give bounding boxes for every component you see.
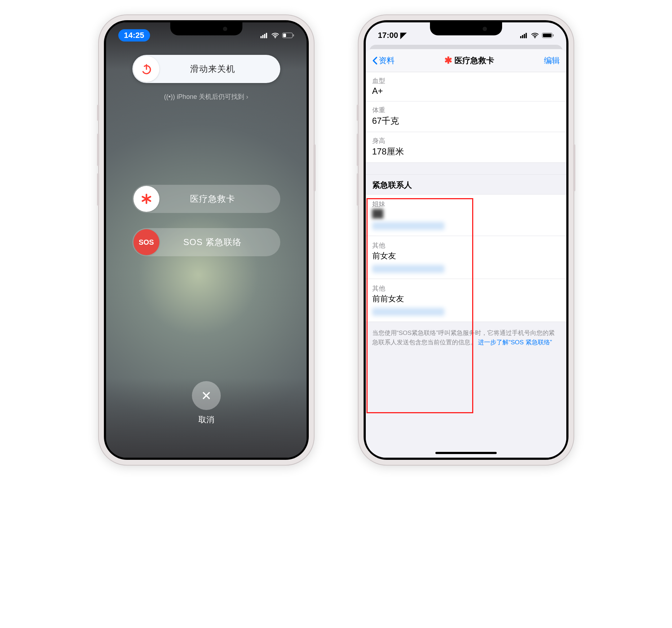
status-time: 17:00 ◤: [378, 31, 407, 40]
nav-back-button[interactable]: 资料: [372, 55, 395, 66]
svg-rect-3: [266, 33, 267, 38]
cellular-icon: [520, 32, 528, 38]
svg-rect-1: [262, 35, 264, 38]
volume-up: [97, 134, 99, 166]
value: 178厘米: [372, 146, 560, 157]
mute-switch: [357, 105, 359, 121]
svg-rect-7: [283, 34, 286, 37]
svg-point-19: [534, 37, 535, 38]
caption: 体重: [372, 106, 560, 114]
wifi-icon: [531, 32, 539, 38]
svg-rect-0: [260, 36, 262, 38]
notch: [170, 22, 242, 35]
caption: 血型: [372, 77, 560, 85]
contact-phone-redacted: [372, 265, 444, 273]
contact-name: 前女友: [372, 250, 560, 261]
battery-icon: [282, 32, 294, 38]
medical-knob[interactable]: [133, 186, 159, 212]
mute-switch: [97, 105, 99, 121]
status-time: 14:25: [118, 29, 150, 42]
side-button: [573, 144, 575, 191]
contact-row[interactable]: 姐妹 ██: [366, 195, 566, 236]
medical-id-slider[interactable]: 医疗急救卡: [132, 185, 280, 213]
nav-bar: 资料 ✱ 医疗急救卡 编辑: [366, 49, 566, 72]
info-section: 血型 A+ 体重 67千克 身高 178厘米: [366, 72, 566, 163]
notch: [430, 22, 502, 35]
contact-phone-redacted: [372, 222, 444, 230]
phone-right: 17:00 ◤: [358, 14, 574, 466]
screen-medical-id: 17:00 ◤: [366, 22, 566, 458]
cell-blood-type: 血型 A+: [366, 72, 566, 101]
side-button: [313, 144, 316, 191]
contact-relation: 其他: [372, 284, 560, 293]
volume-down: [97, 173, 99, 206]
medical-asterisk-icon: [141, 193, 152, 205]
volume-down: [357, 173, 359, 206]
contact-name: ██: [372, 209, 560, 218]
sos-text-icon: SOS: [139, 238, 154, 247]
caption: 身高: [372, 136, 560, 145]
section-gap: [366, 163, 566, 174]
learn-more-link[interactable]: 进一步了解“SOS 紧急联络”: [478, 339, 552, 346]
contact-row[interactable]: 其他 前前女友: [366, 279, 566, 322]
home-indicator[interactable]: [435, 452, 497, 454]
nav-title: ✱ 医疗急救卡: [444, 55, 494, 66]
power-icon: [140, 62, 153, 75]
find-my-icon: ((•)): [164, 93, 175, 101]
svg-rect-17: [524, 34, 525, 38]
status-icons: [260, 32, 294, 38]
footer-text: 当您使用“SOS紧急联络”呼叫紧急服务时，它将通过手机号向您的紧急联系人发送包含…: [366, 322, 566, 347]
medical-id-label: 医疗急救卡: [159, 193, 280, 205]
value: A+: [372, 86, 560, 96]
contact-relation: 姐妹: [372, 200, 560, 208]
nav-back-label: 资料: [379, 55, 395, 66]
wifi-icon: [271, 32, 279, 38]
contact-phone-redacted: [372, 308, 444, 316]
chevron-left-icon: [372, 57, 378, 65]
chevron-right-icon: ›: [246, 93, 248, 100]
cancel-button[interactable]: [192, 381, 221, 410]
cell-weight: 体重 67千克: [366, 101, 566, 132]
contact-relation: 其他: [372, 241, 560, 250]
location-arrow-icon: ◤: [400, 31, 407, 40]
cell-height: 身高 178厘米: [366, 132, 566, 163]
power-off-label: 滑动来关机: [159, 63, 280, 75]
svg-rect-2: [264, 34, 265, 38]
power-knob[interactable]: [133, 56, 159, 82]
find-my-subtext: ((•)) iPhone 关机后仍可找到 ›: [106, 92, 307, 101]
svg-rect-6: [293, 34, 294, 36]
svg-rect-21: [553, 34, 554, 36]
close-icon: [200, 389, 212, 402]
value: 67千克: [372, 115, 560, 127]
power-off-slider[interactable]: 滑动来关机: [132, 55, 280, 83]
emergency-contacts-header: 紧急联系人: [366, 174, 566, 195]
sos-label: SOS 紧急联络: [159, 236, 280, 248]
svg-point-4: [274, 37, 276, 38]
volume-up: [357, 134, 359, 166]
sos-slider[interactable]: SOS SOS 紧急联络: [132, 228, 280, 256]
cancel-group: 取消: [106, 381, 307, 425]
svg-rect-22: [543, 34, 552, 37]
battery-icon: [542, 32, 554, 38]
status-icons: [520, 32, 554, 38]
contact-row[interactable]: 其他 前女友: [366, 236, 566, 279]
cancel-label: 取消: [198, 414, 214, 425]
phone-left: 14:25 滑动来关机 ((•)): [98, 14, 315, 466]
medical-asterisk-icon: ✱: [444, 55, 452, 66]
svg-rect-16: [522, 35, 523, 38]
sos-knob[interactable]: SOS: [133, 229, 159, 255]
contact-name: 前前女友: [372, 293, 560, 304]
cellular-icon: [260, 32, 268, 38]
nav-edit-button[interactable]: 编辑: [544, 55, 560, 66]
svg-rect-15: [520, 36, 522, 38]
svg-rect-18: [526, 33, 527, 38]
find-my-text: iPhone 关机后仍可找到: [177, 93, 244, 100]
screen-poweroff: 14:25 滑动来关机 ((•)): [106, 22, 307, 458]
medical-id-sheet: 资料 ✱ 医疗急救卡 编辑 血型 A+ 体重 67千克 身高: [366, 49, 566, 458]
